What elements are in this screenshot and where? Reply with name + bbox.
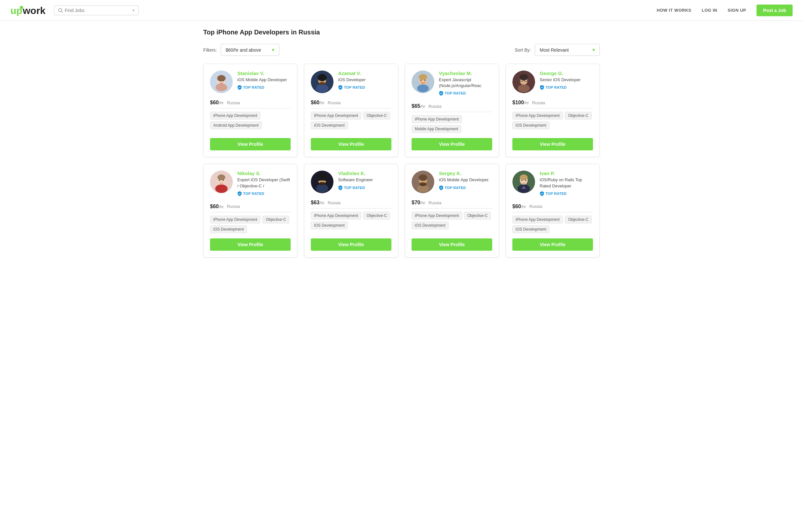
view-profile-button[interactable]: View Profile	[412, 138, 492, 150]
view-profile-button[interactable]: View Profile	[210, 138, 291, 150]
freelancer-title: iOS Mobile App Developer.	[439, 177, 492, 183]
svg-point-21	[417, 84, 429, 92]
location: Russia	[532, 100, 545, 105]
top-rated-badge: TOP RATED	[439, 91, 466, 96]
svg-point-55	[520, 174, 528, 180]
card-info: Stanislav V. iOS Mobile App Developer TO…	[237, 71, 291, 91]
card-info: Azamat V. iOS Developer TOP RATED	[338, 71, 391, 91]
freelancer-title: Senior iOS Developer	[540, 77, 593, 83]
sort-dropdown[interactable]: Most Relevant ▾	[535, 44, 600, 56]
freelancer-name: Vyacheslav M.	[439, 71, 492, 76]
search-input[interactable]	[65, 8, 131, 13]
top-rated-badge: TOP RATED	[540, 191, 567, 196]
skill-tag: Objective-C	[565, 112, 592, 119]
svg-point-16	[324, 80, 325, 81]
svg-point-44	[324, 179, 325, 181]
rate: $65/hr	[412, 103, 425, 109]
skill-tag: Objective-C	[363, 212, 390, 220]
nav-sign-up[interactable]: SIGN UP	[728, 8, 746, 13]
top-rated-badge: TOP RATED	[338, 85, 365, 90]
top-rated-badge: TOP RATED	[540, 85, 567, 90]
skill-tag: iOS Development	[311, 222, 348, 229]
skill-tag: iOS Development	[512, 225, 549, 233]
card-info: Nikolay S. Expert iOS Developer (Swift /…	[237, 171, 291, 197]
svg-text:work: work	[22, 5, 45, 16]
shield-icon	[540, 191, 544, 196]
svg-point-40	[316, 184, 328, 193]
freelancer-title: iOS Mobile App Developer	[237, 77, 291, 83]
svg-point-36	[223, 179, 224, 181]
rate: $100/hr	[512, 100, 529, 106]
svg-point-33	[218, 174, 225, 180]
location: Russia	[529, 204, 542, 209]
skill-tag: iPhone App Development	[412, 212, 462, 220]
skills: iPhone App DevelopmentObjective-CiOS Dev…	[210, 216, 291, 233]
svg-point-45	[319, 182, 325, 185]
rate: $60/hr	[512, 204, 526, 209]
svg-point-43	[320, 179, 321, 181]
freelancer-name: George G.	[540, 71, 593, 76]
freelancer-card: George G. Senior iOS Developer TOP RATED…	[506, 64, 600, 157]
filter-value: $60/hr and above	[225, 48, 261, 53]
svg-point-23	[424, 80, 425, 81]
skill-tag: iPhone App Development	[210, 216, 260, 224]
view-profile-button[interactable]: View Profile	[210, 239, 291, 251]
svg-point-52	[419, 182, 426, 186]
view-profile-button[interactable]: View Profile	[512, 138, 593, 150]
top-rated-badge: TOP RATED	[237, 85, 264, 90]
sort-value: Most Relevant	[540, 48, 569, 53]
filter-dropdown[interactable]: $60/hr and above ▾	[221, 44, 279, 56]
svg-point-34	[215, 185, 227, 193]
freelancer-card: Vladislav K. Software Engineer TOP RATED…	[304, 164, 398, 257]
location: Russia	[428, 104, 441, 109]
top-rated-badge: TOP RATED	[338, 185, 365, 190]
card-top: Sergey K. iOS Mobile App Developer. TOP …	[412, 171, 492, 193]
page-title: Top iPhone App Developers in Russia	[203, 28, 600, 36]
search-bar[interactable]: ▾	[54, 5, 139, 15]
rate: $60/hr	[311, 100, 325, 106]
freelancer-card: Ivan P. iOS/Ruby on Rails Top Rated Deve…	[506, 164, 600, 257]
svg-point-27	[518, 84, 530, 92]
sort-right: Sort By: Most Relevant ▾	[515, 44, 600, 56]
rate: $70/hr	[412, 200, 425, 206]
rate-location: $63/hr Russia	[311, 200, 391, 206]
location: Russia	[227, 204, 240, 209]
sort-chevron-icon: ▾	[592, 47, 595, 53]
view-profile-button[interactable]: View Profile	[311, 138, 391, 150]
shield-icon	[540, 85, 544, 90]
svg-point-20	[419, 74, 427, 80]
card-info: Sergey K. iOS Mobile App Developer. TOP …	[439, 171, 492, 191]
view-profile-button[interactable]: View Profile	[512, 239, 593, 251]
avatar	[512, 171, 535, 193]
filters-bar: Filters: $60/hr and above ▾ Sort By: Mos…	[203, 44, 600, 56]
post-job-button[interactable]: Post a Job	[756, 4, 792, 16]
nav-log-in[interactable]: LOG IN	[701, 8, 717, 13]
skill-tag: iPhone App Development	[210, 112, 260, 119]
rate-location: $60/hr Russia	[210, 100, 291, 106]
logo[interactable]: up work	[11, 5, 46, 16]
avatar	[311, 71, 333, 93]
skill-tag: iOS Development	[412, 222, 449, 229]
freelancer-title: Expert iOS Developer (Swift / Objective-…	[237, 177, 291, 189]
svg-line-4	[61, 12, 62, 12]
skill-tag: iOS Development	[210, 225, 247, 233]
svg-point-50	[420, 179, 422, 181]
card-info: Ivan P. iOS/Ruby on Rails Top Rated Deve…	[540, 171, 593, 197]
skills: iPhone App DevelopmentObjective-CiOS Dev…	[311, 212, 391, 229]
nav-how-it-works[interactable]: HOW IT WORKS	[657, 8, 691, 13]
rate-location: $100/hr Russia	[512, 100, 593, 106]
svg-point-10	[223, 80, 224, 81]
divider	[512, 108, 593, 109]
svg-point-14	[316, 84, 328, 93]
skills: iPhone App DevelopmentMobile App Develop…	[412, 115, 492, 133]
view-profile-button[interactable]: View Profile	[412, 239, 492, 251]
rate-location: $60/hr Russia	[512, 204, 593, 209]
freelancer-card: Azamat V. iOS Developer TOP RATED $60/hr…	[304, 64, 398, 157]
svg-point-2	[20, 6, 23, 9]
avatar	[412, 171, 434, 193]
skill-tag: iOS Development	[311, 121, 348, 129]
view-profile-button[interactable]: View Profile	[311, 239, 391, 251]
skills: iPhone App DevelopmentObjective-CiOS Dev…	[412, 212, 492, 229]
freelancer-name: Stanislav V.	[237, 71, 291, 76]
svg-point-51	[424, 179, 425, 181]
